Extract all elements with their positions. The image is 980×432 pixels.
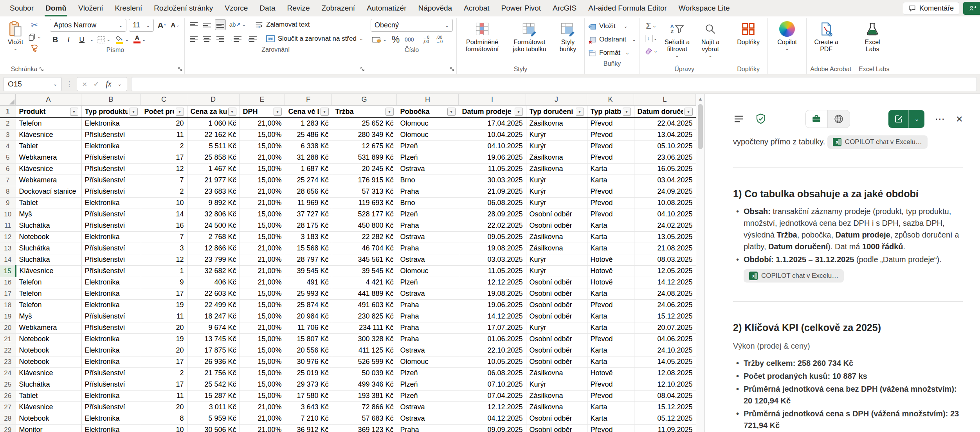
cell[interactable]: Kurýr [526, 129, 587, 140]
cell[interactable]: Praha [397, 424, 459, 432]
cell[interactable]: 9 674 Kč [187, 322, 240, 333]
row-number[interactable]: 23 [0, 356, 16, 367]
cell[interactable]: Karta [587, 163, 634, 175]
cell-styles-button[interactable]: Styly buňky [555, 19, 581, 54]
font-size-select[interactable]: 11⌄ [129, 19, 154, 32]
cell[interactable]: Převod [587, 209, 634, 220]
cell[interactable]: 12 866 Kč [187, 243, 240, 254]
cell[interactable]: Elektronika [81, 333, 141, 345]
delete-cells-button[interactable]: Odstranit ⌄ [588, 34, 636, 45]
cell[interactable]: 10.05.2025 [459, 356, 526, 367]
cell[interactable]: Převod [587, 140, 634, 152]
cell[interactable]: 24.06.2025 [634, 299, 696, 311]
cell[interactable]: 12.10.2025 [634, 379, 696, 390]
cell[interactable]: 450 800 Kč [332, 220, 397, 231]
column-header-cell[interactable]: Počet prod▾ [141, 106, 187, 118]
column-letter-E[interactable]: E [240, 94, 285, 105]
cell[interactable]: 15 287 Kč [187, 390, 240, 401]
cell[interactable]: 2 [141, 140, 187, 152]
cell[interactable]: 22 603 Kč [187, 288, 240, 299]
cell[interactable]: 11 [141, 390, 187, 401]
row-number[interactable]: 17 [0, 288, 16, 299]
cell[interactable]: Karta [587, 175, 634, 186]
cell[interactable]: Kurýr [526, 379, 587, 390]
cell[interactable]: Praha [397, 299, 459, 311]
cell[interactable]: 11 969 Kč [285, 197, 332, 209]
cell[interactable]: 12.08.2025 [634, 367, 696, 379]
cell[interactable]: 16 [141, 220, 187, 231]
cell[interactable]: 21,00% [240, 118, 285, 129]
menu-tab-vzorce[interactable]: Vzorce [219, 0, 254, 16]
cell[interactable]: Kurýr [526, 254, 587, 265]
cell[interactable]: 37 727 Kč [285, 209, 332, 220]
cell[interactable]: Příslušenství [81, 243, 141, 254]
cell[interactable]: 07.10.2025 [459, 379, 526, 390]
row-number[interactable]: 1 [0, 106, 16, 118]
cell[interactable]: 15.12.2025 [634, 401, 696, 413]
cell[interactable]: 50 039 Kč [332, 367, 397, 379]
menu-tab-dom-[interactable]: Domů [40, 0, 72, 16]
cell[interactable]: Notebook [16, 333, 81, 345]
cell[interactable]: Elektronika [81, 345, 141, 356]
cell[interactable]: Notebook [16, 231, 81, 243]
cell[interactable]: 28 656 Kč [285, 186, 332, 197]
cell[interactable]: 39 545 Kč [332, 265, 397, 277]
cell[interactable]: 06.08.2025 [459, 367, 526, 379]
cell[interactable]: Plzeň [397, 277, 459, 288]
cell[interactable]: Převod [587, 197, 634, 209]
row-number[interactable]: 24 [0, 367, 16, 379]
cell[interactable]: 300 328 Kč [332, 333, 397, 345]
clear-button[interactable]: ⌄ [643, 45, 659, 56]
cell[interactable]: Osobní odběr [526, 413, 587, 424]
cell[interactable]: Karta [587, 231, 634, 243]
comma-style-button[interactable]: 000 [404, 34, 415, 45]
cell[interactable]: 26 936 Kč [187, 356, 240, 367]
cell[interactable]: 22.10.2025 [459, 345, 526, 356]
cell[interactable]: Kurýr [526, 265, 587, 277]
cell[interactable]: 30 976 Kč [285, 356, 332, 367]
cell[interactable]: Plzeň [397, 140, 459, 152]
cell[interactable]: 491 Kč [285, 277, 332, 288]
cell[interactable]: Převod [587, 299, 634, 311]
cell[interactable]: Webkamera [16, 175, 81, 186]
cell[interactable]: 05.12.2025 [634, 413, 696, 424]
cell[interactable]: Olomouc [397, 265, 459, 277]
cell[interactable]: 15,00% [240, 379, 285, 390]
cell[interactable]: Elektronika [81, 140, 141, 152]
cell[interactable]: Příslušenství [81, 401, 141, 413]
cell[interactable]: 20 [141, 345, 187, 356]
cell[interactable]: Převod [587, 129, 634, 140]
cell[interactable]: 19.08.2025 [459, 243, 526, 254]
cell[interactable]: 21,00% [240, 424, 285, 432]
cell[interactable]: 23.06.2025 [634, 152, 696, 163]
cell[interactable]: Kurýr [526, 175, 587, 186]
shrink-font-button[interactable]: A⌄ [169, 20, 181, 31]
cell[interactable]: 234 111 Kč [332, 322, 397, 333]
row-number[interactable]: 29 [0, 424, 16, 432]
underline-button[interactable]: U [76, 34, 87, 45]
confirm-entry-icon[interactable]: ✓ [93, 79, 99, 88]
comments-button[interactable]: Komentáře [903, 2, 959, 15]
cell[interactable]: Monitor [16, 424, 81, 432]
cell[interactable]: Praha [397, 311, 459, 322]
insert-cells-button[interactable]: Vložit ⌄ [588, 20, 636, 32]
cell[interactable]: 15,00% [240, 163, 285, 175]
addins-button[interactable]: Doplňky [733, 19, 764, 47]
cell[interactable]: 24.08.2025 [634, 288, 696, 299]
cell[interactable]: 15 807 Kč [285, 333, 332, 345]
cell[interactable]: 15 568 Kč [285, 243, 332, 254]
cell[interactable]: Webkamera [16, 322, 81, 333]
cell[interactable]: 15,00% [240, 231, 285, 243]
filter-button[interactable]: ▾ [386, 108, 394, 116]
cell[interactable]: Příslušenství [81, 311, 141, 322]
cell[interactable]: 20 [141, 401, 187, 413]
work-mode-button[interactable] [806, 110, 828, 128]
shield-check-icon[interactable] [755, 113, 767, 125]
cell[interactable]: Elektronika [81, 413, 141, 424]
cell[interactable]: 9 892 Kč [187, 197, 240, 209]
cell[interactable]: Plzeň [397, 367, 459, 379]
cell[interactable]: 2 768 Kč [187, 231, 240, 243]
cell[interactable]: 3 011 Kč [187, 401, 240, 413]
cell[interactable]: Webkamera [16, 152, 81, 163]
cell[interactable]: 39 545 Kč [285, 265, 332, 277]
